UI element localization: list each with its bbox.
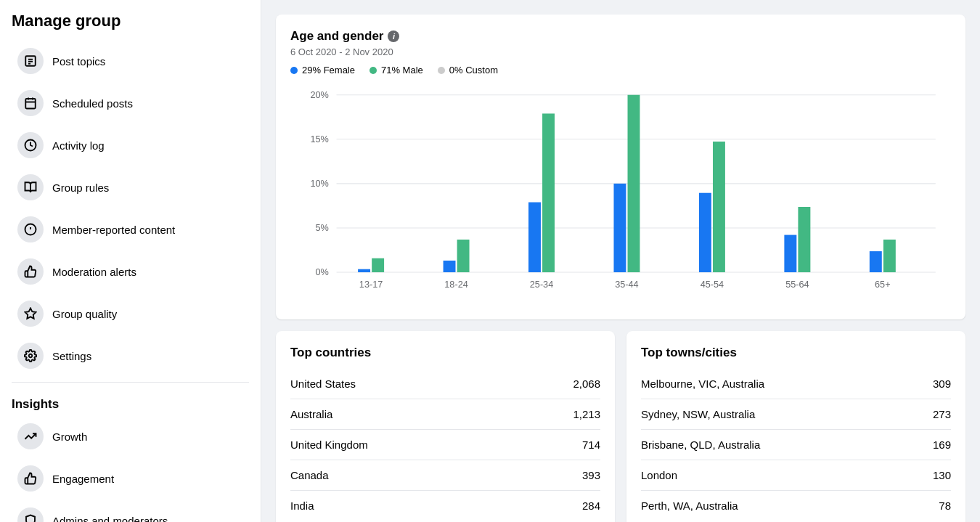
moderation-alerts-icon xyxy=(17,258,44,285)
city-row-1: Sydney, NSW, Australia 273 xyxy=(641,399,951,430)
city-row-2: Brisbane, QLD, Australia 169 xyxy=(641,430,951,460)
svg-text:18-24: 18-24 xyxy=(444,279,467,290)
sidebar-item-member-reported[interactable]: Member-reported content xyxy=(6,209,255,250)
sidebar-item-group-quality[interactable]: Group quality xyxy=(6,293,255,334)
male-dot xyxy=(369,67,377,74)
legend-female: 29% Female xyxy=(290,65,355,76)
city-name: Melbourne, VIC, Australia xyxy=(641,378,764,390)
country-value: 284 xyxy=(582,499,600,512)
svg-marker-12 xyxy=(25,309,36,319)
sidebar-item-moderation-alerts[interactable]: Moderation alerts xyxy=(6,251,255,292)
city-name: Sydney, NSW, Australia xyxy=(641,408,755,420)
bar-female-45-54 xyxy=(699,193,711,272)
bar-female-18-24 xyxy=(444,261,456,272)
svg-text:5%: 5% xyxy=(316,222,329,233)
country-row-us: United States 2,068 xyxy=(290,369,600,399)
bar-male-18-24 xyxy=(457,240,470,272)
city-value: 309 xyxy=(933,378,951,390)
country-row-ca: Canada 393 xyxy=(290,460,600,491)
country-row-au: Australia 1,213 xyxy=(290,399,600,430)
bar-male-45-54 xyxy=(713,142,725,272)
country-row-in: India 284 xyxy=(290,491,600,521)
svg-rect-4 xyxy=(25,99,36,109)
country-value: 1,213 xyxy=(573,408,600,420)
bar-female-35-44 xyxy=(613,184,626,272)
activity-log-icon xyxy=(17,132,44,158)
custom-dot xyxy=(438,67,445,74)
city-name: Brisbane, QLD, Australia xyxy=(641,439,760,451)
city-row-3: London 130 xyxy=(641,460,951,491)
svg-text:65+: 65+ xyxy=(875,279,891,290)
top-countries-card: Top countries United States 2,068 Austra… xyxy=(276,331,615,522)
svg-text:0%: 0% xyxy=(316,266,329,277)
country-name: India xyxy=(290,499,314,512)
bar-female-65plus xyxy=(870,251,882,272)
svg-text:13-17: 13-17 xyxy=(359,279,383,290)
chart-title: Age and gender i xyxy=(290,29,951,44)
sidebar-item-label: Growth xyxy=(52,431,87,443)
scheduled-posts-icon xyxy=(17,90,44,116)
sidebar-item-label: Moderation alerts xyxy=(52,266,136,278)
city-value: 78 xyxy=(939,499,951,512)
bar-male-25-34 xyxy=(542,113,555,272)
sidebar-item-post-topics[interactable]: Post topics xyxy=(6,41,255,81)
sidebar-divider xyxy=(12,382,249,383)
country-value: 2,068 xyxy=(573,378,600,390)
svg-text:15%: 15% xyxy=(311,134,329,144)
country-name: United Kingdom xyxy=(290,439,368,451)
sidebar-item-admins-moderators[interactable]: Admins and moderators xyxy=(6,500,255,522)
svg-text:55-64: 55-64 xyxy=(785,279,809,290)
sidebar-item-label: Group quality xyxy=(52,308,117,320)
sidebar-item-label: Post topics xyxy=(52,55,105,68)
bar-male-55-64 xyxy=(798,207,810,272)
bar-chart: 20% 15% 10% 5% 0% xyxy=(290,87,951,305)
sidebar-item-group-rules[interactable]: Group rules xyxy=(6,167,255,208)
svg-text:20%: 20% xyxy=(311,89,329,100)
sidebar: Manage group Post topics Scheduled posts… xyxy=(0,0,261,522)
group-rules-icon xyxy=(17,174,44,200)
sidebar-item-label: Engagement xyxy=(52,473,114,485)
country-name: Australia xyxy=(290,408,332,420)
city-value: 169 xyxy=(933,439,951,451)
svg-text:10%: 10% xyxy=(311,178,329,189)
chart-svg: 20% 15% 10% 5% 0% xyxy=(290,87,951,305)
sidebar-item-engagement[interactable]: Engagement xyxy=(6,458,255,499)
sidebar-title: Manage group xyxy=(0,0,261,39)
svg-point-13 xyxy=(29,354,33,358)
cities-title: Top towns/cities xyxy=(641,346,951,360)
chart-legend: 29% Female 71% Male 0% Custom xyxy=(290,65,951,76)
bar-female-55-64 xyxy=(784,235,796,272)
legend-male: 71% Male xyxy=(369,65,423,76)
countries-title: Top countries xyxy=(290,346,600,360)
info-icon[interactable]: i xyxy=(388,30,399,42)
bar-female-13-17 xyxy=(358,269,370,272)
bar-female-25-34 xyxy=(528,203,541,272)
bar-male-35-44 xyxy=(628,95,640,272)
age-gender-card: Age and gender i 6 Oct 2020 - 2 Nov 2020… xyxy=(276,15,965,319)
sidebar-item-scheduled-posts[interactable]: Scheduled posts xyxy=(6,83,255,123)
country-value: 393 xyxy=(582,469,600,481)
top-cities-card: Top towns/cities Melbourne, VIC, Austral… xyxy=(626,331,965,522)
sidebar-item-label: Admins and moderators xyxy=(52,515,168,523)
svg-text:35-44: 35-44 xyxy=(615,279,638,290)
female-dot xyxy=(290,67,298,74)
sidebar-item-growth[interactable]: Growth xyxy=(6,416,255,457)
city-name: Perth, WA, Australia xyxy=(641,499,738,512)
sidebar-item-label: Activity log xyxy=(52,139,105,152)
country-value: 714 xyxy=(582,439,600,451)
sidebar-item-settings[interactable]: Settings xyxy=(6,335,255,376)
sidebar-item-label: Settings xyxy=(52,350,91,362)
sidebar-item-label: Scheduled posts xyxy=(52,97,133,110)
chart-date-range: 6 Oct 2020 - 2 Nov 2020 xyxy=(290,46,951,57)
legend-custom: 0% Custom xyxy=(438,65,498,76)
settings-icon xyxy=(17,343,44,369)
bar-male-65plus xyxy=(883,240,896,272)
bottom-cards-row: Top countries United States 2,068 Austra… xyxy=(276,331,965,522)
city-row-0: Melbourne, VIC, Australia 309 xyxy=(641,369,951,399)
group-quality-icon xyxy=(17,301,44,327)
sidebar-item-activity-log[interactable]: Activity log xyxy=(6,125,255,166)
city-value: 130 xyxy=(933,469,951,481)
sidebar-item-label: Member-reported content xyxy=(52,224,175,236)
sidebar-item-label: Group rules xyxy=(52,182,109,194)
bar-male-13-17 xyxy=(372,258,384,272)
